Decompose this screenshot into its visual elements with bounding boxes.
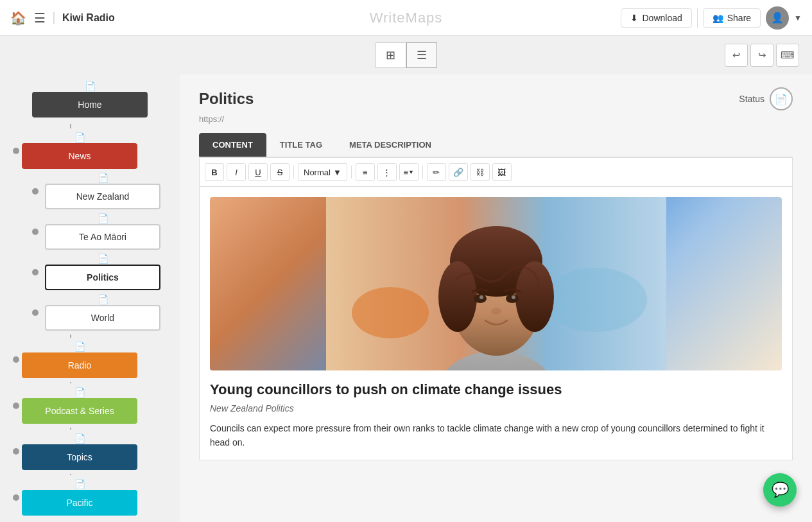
svg-point-7: [438, 261, 477, 332]
content-area: Politics Status 📄 https:// CONTENT TITLE…: [180, 74, 812, 522]
italic-button[interactable]: I: [227, 163, 246, 181]
nav-right: ⬇ Download 👥 Share 👤 ▼: [621, 6, 802, 30]
numbered-list-button[interactable]: ⋮: [377, 163, 397, 181]
topics-node-label: Topics: [22, 444, 137, 470]
home-icon[interactable]: 🏠: [10, 10, 26, 26]
dot-nz: [32, 188, 39, 195]
toolbar-divider-2: [351, 166, 352, 178]
sidebar-item-politics[interactable]: 📄 Politics: [32, 254, 167, 290]
keyboard-icon: ⌨: [781, 49, 795, 61]
sidebar-item-podcast[interactable]: 📄 Podcast & Series: [13, 387, 167, 424]
article-subheadline: New Zealand Politics: [210, 403, 782, 413]
underline-button[interactable]: U: [248, 163, 268, 181]
home-node-label[interactable]: Home: [32, 92, 148, 117]
maori-node[interactable]: 📄 Te Ao Māori: [45, 213, 160, 250]
nz-node[interactable]: 📄 New Zealand: [45, 173, 160, 209]
avatar[interactable]: 👤: [766, 6, 789, 30]
undo-button[interactable]: ↩: [725, 44, 748, 67]
list-view-icon: ☰: [417, 48, 427, 62]
link-button[interactable]: 🔗: [449, 163, 468, 181]
sidebar: 📄 Home 📄 News 📄 New Zealand: [0, 74, 180, 522]
svg-point-2: [544, 268, 647, 332]
pen-button[interactable]: ✏: [427, 163, 446, 181]
dot-politics: [32, 269, 39, 275]
article-body: Councils can expect more pressure from t…: [210, 421, 782, 450]
sidebar-item-world[interactable]: 📄 World: [32, 294, 167, 331]
bullet-list-button[interactable]: ≡: [356, 163, 375, 181]
align-icon: ≡: [404, 168, 409, 177]
sidebar-item-radio[interactable]: 📄 Radio: [13, 342, 167, 378]
dot-radio: [13, 356, 19, 363]
app-title-area: WriteMaps: [370, 10, 443, 26]
style-select[interactable]: Normal ▼: [298, 163, 347, 181]
page-icon-nz: 📄: [98, 173, 108, 183]
editor-tabs: CONTENT TITLE TAG META DESCRIPTION: [199, 133, 793, 158]
unlink-button[interactable]: ⛓: [471, 163, 490, 181]
sidebar-item-topics[interactable]: 📄 Topics: [13, 433, 167, 470]
bold-button[interactable]: B: [205, 163, 224, 181]
news-node-label: News: [22, 143, 137, 169]
news-subitems: 📄 New Zealand 📄 Te Ao Māori 📄 Politics: [13, 173, 167, 331]
chevron-down-icon[interactable]: ▼: [794, 13, 802, 22]
svg-point-8: [515, 261, 554, 332]
dot-podcast: [13, 403, 19, 409]
page-icon-politics: 📄: [98, 254, 108, 264]
radio-node[interactable]: 📄 Radio: [22, 342, 137, 378]
tab-title-tag[interactable]: TITLE TAG: [266, 133, 336, 157]
share-button[interactable]: 👥 Share: [703, 8, 761, 28]
sidebar-item-nz[interactable]: 📄 New Zealand: [32, 173, 167, 209]
image-button[interactable]: 🖼: [492, 163, 512, 181]
world-node-label: World: [45, 305, 160, 331]
politics-node[interactable]: 📄 Politics: [45, 254, 160, 290]
article-image: [210, 197, 782, 370]
status-label: Status: [739, 94, 764, 104]
pacific-node-label: Pacific: [22, 490, 137, 516]
menu-icon[interactable]: ☰: [34, 10, 46, 26]
nav-left: 🏠 ☰ Kiwi Radio: [10, 10, 115, 26]
podcast-node[interactable]: 📄 Podcast & Series: [22, 387, 137, 424]
nz-node-label: New Zealand: [45, 184, 160, 209]
page-title: Politics: [199, 90, 254, 108]
redo-button[interactable]: ↪: [750, 44, 773, 67]
tab-meta-description[interactable]: META DESCRIPTION: [336, 133, 445, 157]
world-node[interactable]: 📄 World: [45, 294, 160, 331]
dot-pacific: [13, 494, 19, 501]
editor-toolbar: B I U S Normal ▼ ≡ ⋮ ≡ ▼ ✏ 🔗 ⛓ 🖼: [199, 158, 793, 187]
page-icon-topics: 📄: [74, 433, 85, 444]
download-icon: ⬇: [630, 13, 638, 23]
tree-view-button[interactable]: ⊞: [376, 42, 406, 68]
download-button[interactable]: ⬇ Download: [621, 8, 691, 28]
chat-fab-button[interactable]: 💬: [763, 473, 797, 507]
status-area: Status 📄: [739, 87, 793, 110]
page-icon-home: 📄: [85, 81, 96, 91]
app-title: WriteMaps: [370, 10, 443, 26]
tab-content[interactable]: CONTENT: [199, 133, 266, 157]
undo-icon: ↩: [732, 49, 741, 61]
keyboard-button[interactable]: ⌨: [776, 44, 799, 67]
dot-maori: [32, 229, 39, 235]
sidebar-item-maori[interactable]: 📄 Te Ao Māori: [32, 213, 167, 250]
align-button[interactable]: ≡ ▼: [399, 163, 419, 181]
pacific-node[interactable]: 📄 Pacific: [22, 479, 137, 516]
news-node[interactable]: 📄 News: [22, 132, 137, 169]
page-icon-pacific: 📄: [74, 479, 85, 489]
page-icon-maori: 📄: [98, 213, 108, 223]
strikethrough-button[interactable]: S: [270, 163, 289, 181]
politics-node-label: Politics: [45, 265, 160, 290]
sidebar-item-home[interactable]: 📄 Home: [32, 81, 148, 117]
topics-node[interactable]: 📄 Topics: [22, 433, 137, 470]
page-icon-radio: 📄: [74, 342, 85, 352]
sidebar-item-news[interactable]: 📄 News: [13, 132, 167, 169]
dot-news: [13, 148, 19, 154]
app-brand: Kiwi Radio: [53, 12, 115, 24]
podcast-node-label: Podcast & Series: [22, 398, 137, 424]
share-icon: 👥: [713, 13, 723, 23]
svg-point-1: [352, 287, 429, 338]
editor-content[interactable]: Young councillors to push on climate cha…: [199, 187, 793, 460]
status-icon-button[interactable]: 📄: [770, 87, 793, 110]
nav-divider: [697, 8, 698, 28]
list-view-button[interactable]: ☰: [406, 42, 437, 68]
page-url: https://: [199, 114, 793, 124]
sidebar-item-pacific[interactable]: 📄 Pacific: [13, 479, 167, 516]
tree-view-icon: ⊞: [386, 48, 395, 62]
